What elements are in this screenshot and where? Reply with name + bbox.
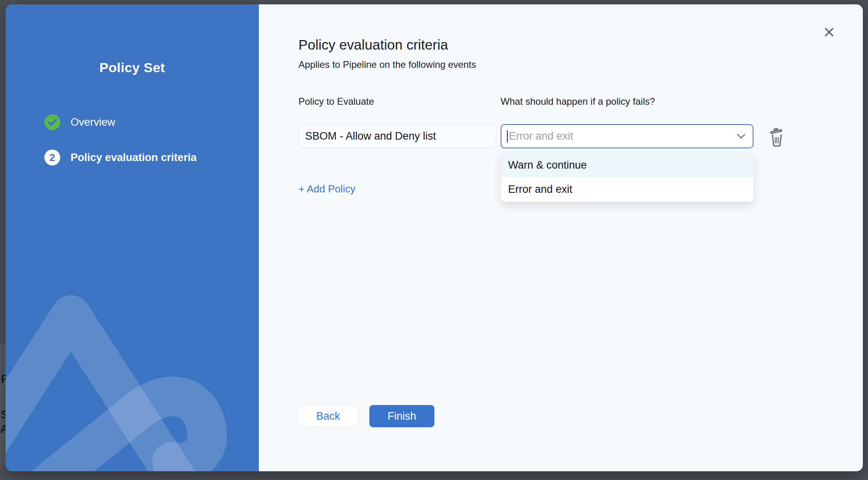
back-button[interactable]: Back (297, 405, 359, 427)
dropdown-option-warn-continue[interactable]: Warn & continue (501, 153, 753, 177)
step-label: Overview (71, 116, 115, 129)
dialog-content: Policy evaluation criteria Applies to Pi… (259, 4, 863, 471)
policy-to-evaluate-input[interactable] (298, 124, 496, 148)
dropdown-option-error-exit[interactable]: Error and exit (501, 177, 753, 202)
step-number-badge: 2 (44, 150, 60, 165)
dialog-title: Policy evaluation criteria (298, 37, 448, 53)
policy-fail-label: What should happen if a policy fails? (501, 96, 655, 107)
trash-icon (769, 127, 785, 147)
wizard-title: Policy Set (6, 60, 259, 75)
fail-action-dropdown-menu: Warn & continue Error and exit (501, 153, 753, 202)
text-caret (507, 131, 508, 142)
policy-set-dialog: Policy Set Overview 2 Policy evaluation … (6, 4, 863, 471)
wizard-steps: Overview 2 Policy evaluation criteria (44, 114, 197, 165)
policy-to-evaluate-label: Policy to Evaluate (298, 96, 374, 107)
add-policy-link[interactable]: + Add Policy (298, 183, 356, 195)
fail-action-combobox[interactable] (501, 124, 753, 148)
close-button[interactable] (822, 26, 836, 39)
chevron-down-icon[interactable] (737, 134, 746, 139)
step-item-overview[interactable]: Overview (44, 114, 197, 130)
wizard-sidebar: Policy Set Overview 2 Policy evaluation … (6, 4, 259, 471)
screen: P S A Policy Set Overvi (0, 0, 868, 480)
fail-action-input[interactable] (501, 125, 753, 148)
step-complete-check-icon (44, 114, 60, 130)
close-icon (824, 27, 834, 37)
step-label: Policy evaluation criteria (71, 152, 197, 164)
step-item-policy-evaluation-criteria[interactable]: 2 Policy evaluation criteria (44, 150, 197, 165)
page-behind-panel (0, 463, 6, 472)
delete-policy-button[interactable] (767, 127, 787, 149)
page-behind-panel (0, 344, 6, 463)
finish-button[interactable]: Finish (369, 405, 434, 427)
harness-watermark-icon (6, 285, 259, 471)
dialog-subtitle: Applies to Pipeline on the following eve… (298, 59, 476, 70)
